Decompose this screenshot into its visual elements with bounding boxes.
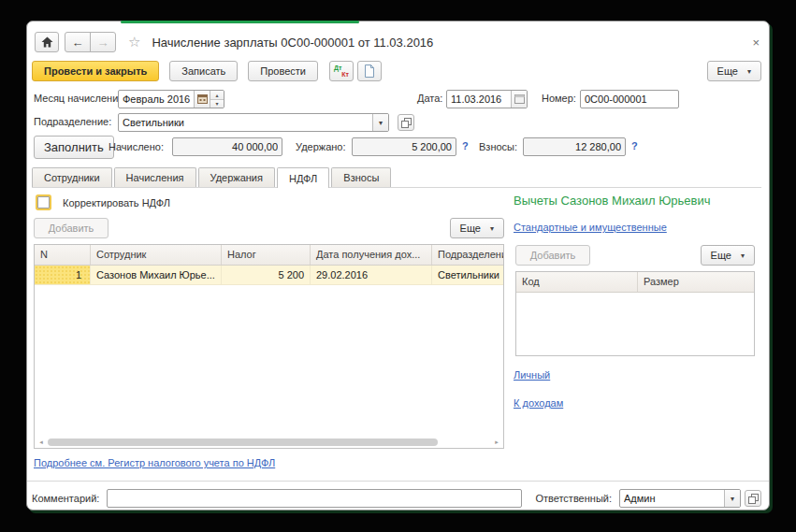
chevron-down-icon: ▾ bbox=[379, 119, 383, 127]
accrued-field[interactable] bbox=[172, 137, 282, 156]
chevron-down-icon: ▾ bbox=[731, 495, 734, 503]
responsible-dropdown-button[interactable]: ▾ bbox=[724, 490, 740, 507]
row-number-cell[interactable]: 1 bbox=[35, 266, 91, 285]
deductions-title: Вычеты Сазонов Михаил Юрьевич bbox=[514, 194, 711, 208]
post-and-close-button[interactable]: Провести и закрыть bbox=[32, 61, 159, 81]
deductions-add-button[interactable]: Добавить bbox=[515, 245, 590, 266]
month-label: Месяц начисления: bbox=[34, 93, 126, 104]
totals-row: Заполнить Начислено: Удержано: ? Взносы:… bbox=[32, 136, 761, 160]
column-header[interactable]: N bbox=[35, 245, 91, 265]
column-header[interactable]: Налог bbox=[222, 245, 311, 265]
contributions-field[interactable] bbox=[523, 137, 626, 156]
month-calendar-button[interactable] bbox=[194, 91, 210, 108]
department-input[interactable] bbox=[119, 114, 372, 131]
ndfl-add-button[interactable]: Добавить bbox=[34, 218, 109, 238]
ndfl-more-button[interactable]: Еще ▾ bbox=[450, 218, 504, 238]
comment-label: Комментарий: bbox=[32, 493, 99, 504]
scroll-right-icon[interactable]: ▸ bbox=[492, 439, 501, 446]
ndfl-table-header: N Сотрудник Налог Дата получения дох... … bbox=[35, 245, 503, 266]
scrollbar-thumb[interactable] bbox=[48, 439, 438, 446]
document-report-button[interactable] bbox=[357, 61, 382, 81]
accrued-label: Начислено: bbox=[109, 141, 164, 152]
ndfl-pane: Корректировать НДФЛ Добавить Еще ▾ N Сот… bbox=[32, 192, 504, 480]
spin-down-icon[interactable]: ▾ bbox=[210, 100, 224, 108]
post-button[interactable]: Провести bbox=[248, 61, 318, 81]
withheld-help-link[interactable]: ? bbox=[462, 140, 469, 151]
ndfl-register-link[interactable]: Подробнее см. Регистр налогового учета п… bbox=[34, 457, 275, 468]
to-income-link[interactable]: К доходам bbox=[514, 397, 563, 409]
deductions-toolbar: Добавить Еще ▾ bbox=[514, 245, 755, 266]
column-header[interactable]: Подразделение bbox=[432, 245, 503, 265]
page-title: Начисление зарплаты 0С00-000001 от 11.03… bbox=[152, 36, 433, 50]
spin-up-icon[interactable]: ▴ bbox=[210, 91, 224, 100]
window-accent-line bbox=[121, 21, 359, 23]
document-icon bbox=[364, 65, 375, 78]
home-button[interactable] bbox=[35, 32, 59, 52]
ndfl-table: N Сотрудник Налог Дата получения дох... … bbox=[34, 244, 504, 449]
month-input[interactable] bbox=[119, 91, 194, 108]
standard-property-link[interactable]: Стандартные и имущественные bbox=[514, 222, 667, 233]
ndfl-table-toolbar: Добавить Еще ▾ bbox=[32, 218, 504, 238]
home-icon bbox=[41, 36, 53, 48]
month-spinner[interactable]: ▴ ▾ bbox=[210, 91, 224, 108]
close-icon[interactable]: × bbox=[752, 36, 760, 50]
forward-button[interactable]: → bbox=[90, 32, 116, 52]
table-row[interactable]: 1 Сазонов Михаил Юрье... 5 200 29.02.201… bbox=[35, 266, 503, 285]
calendar-icon bbox=[514, 94, 525, 104]
open-icon bbox=[401, 118, 412, 128]
department-dropdown-button[interactable]: ▾ bbox=[372, 114, 388, 131]
horizontal-scrollbar[interactable]: ◂ ▸ bbox=[36, 437, 501, 447]
department-label: Подразделение: bbox=[34, 116, 111, 127]
contributions-help-link[interactable]: ? bbox=[631, 140, 638, 151]
tab-withholdings[interactable]: Удержания bbox=[198, 167, 275, 187]
back-icon: ← bbox=[72, 36, 84, 50]
chevron-down-icon: ▾ bbox=[741, 252, 745, 260]
column-header[interactable]: Сотрудник bbox=[91, 245, 222, 265]
tab-contributions[interactable]: Взносы bbox=[331, 167, 391, 187]
date-calendar-button[interactable] bbox=[511, 91, 527, 108]
responsible-input[interactable] bbox=[620, 490, 724, 507]
command-bar: Провести и закрыть Записать Провести Дт … bbox=[32, 61, 761, 81]
department-field-group: ▾ bbox=[118, 113, 389, 132]
income-date-cell[interactable]: 29.02.2016 bbox=[311, 266, 432, 285]
column-header[interactable]: Код bbox=[516, 272, 638, 292]
tab-accruals[interactable]: Начисления bbox=[114, 167, 196, 187]
document-window: ← → ☆ Начисление зарплаты 0С00-000001 от… bbox=[26, 21, 770, 510]
department-open-button[interactable] bbox=[398, 114, 414, 131]
back-button[interactable]: ← bbox=[65, 32, 91, 52]
responsible-open-button[interactable] bbox=[745, 490, 761, 507]
calendar-icon bbox=[197, 94, 208, 104]
scroll-left-icon[interactable]: ◂ bbox=[36, 439, 46, 446]
adjust-ndfl-checkbox[interactable] bbox=[37, 196, 50, 208]
personal-link[interactable]: Личный bbox=[514, 369, 550, 381]
toolbar-more-button[interactable]: Еще ▾ bbox=[707, 61, 761, 81]
withheld-field[interactable] bbox=[352, 137, 456, 156]
tax-cell[interactable]: 5 200 bbox=[222, 266, 311, 285]
dtkt-icon: Дт Кт bbox=[334, 65, 349, 78]
deductions-more-button[interactable]: Еще ▾ bbox=[701, 245, 755, 266]
deductions-pane: Вычеты Сазонов Михаил Юрьевич Стандартны… bbox=[514, 192, 755, 480]
date-field-group bbox=[446, 90, 528, 108]
tab-ndfl[interactable]: НДФЛ bbox=[277, 167, 329, 188]
comment-input[interactable] bbox=[107, 489, 522, 508]
favorite-star-icon[interactable]: ☆ bbox=[128, 34, 140, 50]
column-header[interactable]: Размер bbox=[638, 272, 754, 292]
employee-cell[interactable]: Сазонов Михаил Юрье... bbox=[91, 266, 222, 285]
fill-button[interactable]: Заполнить bbox=[34, 136, 114, 159]
column-header[interactable]: Дата получения дох... bbox=[311, 245, 432, 265]
number-input[interactable] bbox=[580, 90, 679, 108]
dtkt-button[interactable]: Дт Кт bbox=[329, 61, 354, 81]
footer-divider bbox=[27, 481, 769, 482]
write-button[interactable]: Записать bbox=[169, 61, 238, 81]
date-input[interactable] bbox=[447, 91, 511, 108]
department-cell[interactable]: Светильники bbox=[432, 266, 503, 285]
chevron-down-icon: ▾ bbox=[747, 67, 751, 76]
withheld-label: Удержано: bbox=[296, 141, 346, 152]
contributions-label: Взносы: bbox=[479, 141, 517, 152]
deductions-table-header: Код Размер bbox=[516, 272, 754, 293]
chevron-down-icon: ▾ bbox=[490, 224, 494, 233]
forward-icon: → bbox=[97, 36, 109, 50]
month-field-group: ▴ ▾ bbox=[118, 90, 224, 108]
tab-employees[interactable]: Сотрудники bbox=[32, 167, 112, 187]
responsible-field-group: ▾ bbox=[619, 489, 741, 508]
